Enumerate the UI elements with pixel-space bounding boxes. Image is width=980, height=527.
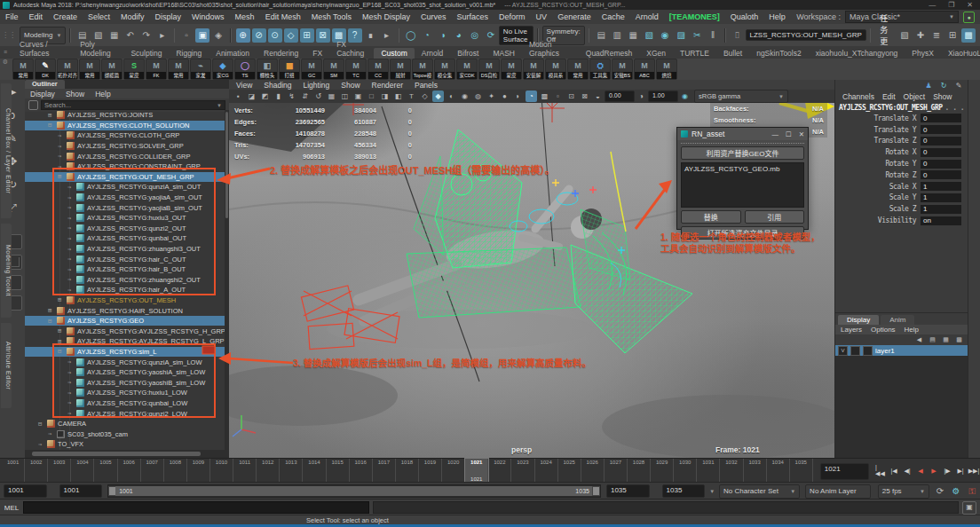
viewport-toolbar-icon[interactable]: ◍	[472, 90, 484, 102]
asset-list[interactable]: AYJLZSS_RCSTYG_GEO.mb	[681, 162, 804, 208]
shelf-button[interactable]: M Topoe模	[412, 59, 433, 80]
attribute-value-field[interactable]: 0	[921, 125, 961, 134]
recycle-icon[interactable]: ↻	[938, 81, 949, 91]
time-tick[interactable]: 1009	[187, 459, 210, 483]
outliner-item[interactable]: → SC03_shot035_cam	[25, 429, 225, 439]
attribute-name[interactable]: Rotate Y	[885, 160, 916, 168]
layer-editor-tab[interactable]: Display	[838, 315, 879, 325]
outliner-item[interactable]: → AYJLZSS_RCSTYG:zhuangshi3_OUT	[25, 244, 225, 255]
playback-button[interactable]: ▶	[929, 465, 939, 477]
viewport-toolbar-icon[interactable]: ▣	[352, 90, 364, 102]
menu-item[interactable]: File	[0, 12, 24, 21]
viewport-toolbar-icon[interactable]: □	[366, 90, 377, 102]
time-tick[interactable]: 1006	[118, 459, 141, 483]
time-tick[interactable]: 1001	[2, 459, 25, 483]
viewport-toolbar-icon[interactable]: ◐	[446, 90, 457, 102]
viewport-menu-item[interactable]: Shading	[264, 81, 291, 90]
playback-button[interactable]: ▶|	[955, 465, 966, 477]
range-slider-track[interactable]: 1001 1035	[115, 486, 593, 496]
outliner-item[interactable]: → AYJLZSS_RCSTYG:qunzi2_OUT	[25, 224, 225, 234]
expander-icon[interactable]: →	[67, 235, 76, 242]
shelf-button[interactable]: M ABC	[634, 59, 655, 80]
viewport-toolbar-icon[interactable]: ◧	[392, 90, 404, 102]
gain-field[interactable]: 1.00	[648, 90, 678, 102]
command-line-language-toggle[interactable]: MEL	[0, 504, 23, 512]
attribute-name[interactable]: Rotate X	[885, 148, 916, 156]
time-tick[interactable]: 1010	[210, 459, 233, 483]
shelf-tab[interactable]: Curves / Surfaces	[12, 39, 73, 59]
time-tick[interactable]: 1011	[233, 459, 257, 483]
exposure-field[interactable]: 0.00	[605, 90, 635, 102]
shelf-button[interactable]: M DS自检	[478, 59, 500, 80]
shelf-button[interactable]: M CC	[368, 59, 389, 80]
time-tick[interactable]: 1021 1021	[465, 459, 488, 483]
time-tick[interactable]: 1029	[651, 459, 674, 483]
time-tick[interactable]: 1019	[419, 459, 442, 483]
asset-list-item[interactable]: AYJLZSS_RCSTYG_GEO.mb	[684, 165, 779, 173]
menu-item[interactable]: Select	[83, 12, 115, 21]
expander-icon[interactable]: →	[67, 256, 76, 263]
time-tick[interactable]: 1035	[790, 459, 813, 483]
layer-menu-item[interactable]: Layers	[841, 326, 862, 334]
range-sl ider[interactable]: 1001 1035	[107, 484, 601, 498]
expander-icon[interactable]: →	[58, 143, 67, 150]
viewport-toolbar-icon[interactable]: ⊠	[579, 90, 590, 102]
time-tick[interactable]: 1005	[94, 459, 117, 483]
outliner-item[interactable]: → AYJLZSS_RCSTYG:huxiu3_OUT	[25, 213, 225, 224]
menu-item[interactable]: Surfaces	[452, 12, 494, 21]
viewport-toolbar-icon[interactable]: ●	[499, 90, 510, 102]
shelf-tab[interactable]: ngSkinTools2	[749, 48, 809, 59]
playback-button[interactable]: ▶▶|	[968, 465, 979, 477]
outliner-item[interactable]: → AYJLZSS_RCSTYG:hair_A_OUT	[25, 285, 225, 295]
menu-item[interactable]: Edit Mesh	[260, 12, 306, 21]
shelf-button[interactable]: M FK	[146, 59, 167, 80]
outliner-item[interactable]: → AYJLZSS_RCSTYG:hair_B_OUT	[25, 264, 225, 275]
viewport-toolbar-icon[interactable]: T	[406, 90, 417, 102]
outliner-item[interactable]: → AYJLZSS_RCSTYG:qunziA_sim_OUT	[25, 182, 225, 193]
outliner-tab[interactable]: Outliner	[25, 80, 65, 89]
attribute-name[interactable]: Translate X	[874, 114, 916, 122]
gain-icon[interactable]: ◑	[636, 90, 647, 102]
expander-icon[interactable]: →	[67, 204, 76, 211]
viewport-toolbar-icon[interactable]: ▩	[539, 90, 550, 102]
close-button[interactable]: ✕	[967, 1, 973, 9]
viewport-toolbar-icon[interactable]: ◫	[339, 90, 351, 102]
shelf-button[interactable]: ⛭ 工具集	[589, 59, 611, 80]
time-tick[interactable]: 1026	[581, 459, 605, 483]
outliner-item[interactable]: → AYJLZSS_RCSTYG:qunbai_OUT	[25, 233, 225, 244]
attribute-name[interactable]: Scale X	[889, 183, 916, 191]
menu-item[interactable]: Mesh	[230, 12, 260, 21]
menu-item[interactable]: Generate	[552, 12, 597, 21]
time-tick[interactable]: 1032	[720, 459, 743, 483]
outliner-item[interactable]: → AYJLZSS_RCSTYG:huxiu1_LOW	[25, 388, 225, 398]
shelf-button[interactable]: M 烘焙	[656, 59, 677, 80]
menu-item[interactable]: Deform	[494, 12, 531, 21]
shelf-button[interactable]: M GC	[301, 59, 322, 80]
shelf-gear-icon[interactable]: ⚙	[3, 59, 8, 66]
dialog-minimize-button[interactable]: —	[771, 130, 778, 138]
attribute-name[interactable]: Rotate Z	[885, 171, 916, 179]
menu-item[interactable]: Cache	[597, 12, 630, 21]
viewport-toolbar-icon[interactable]: ⊡	[565, 90, 577, 102]
outliner-item[interactable]: ⊟ CAMERA	[25, 419, 225, 429]
tab-attribute-editor[interactable]: Attribute Editor	[1, 323, 12, 408]
shelf-tab[interactable]: FX Caching	[329, 39, 374, 59]
shelf-button[interactable]: M 安徽BS	[612, 59, 633, 80]
anim-layer-selector[interactable]: No Anim Layer	[805, 484, 871, 499]
viewport-toolbar-icon[interactable]: ⇵	[299, 90, 311, 102]
fps-selector[interactable]: 25 fps▼	[878, 484, 929, 499]
time-tick[interactable]: 1034	[767, 459, 790, 483]
shelf-tab[interactable]: XGen	[639, 48, 673, 59]
expander-icon[interactable]: →	[67, 215, 76, 222]
time-tick[interactable]: 1027	[605, 459, 628, 483]
menu-item[interactable]: Curves	[415, 12, 452, 21]
channel-box-menu-item[interactable]: Edit	[882, 92, 896, 101]
attribute-name[interactable]: Scale Z	[889, 205, 916, 213]
shelf-tab[interactable]: Animation	[209, 48, 257, 59]
shelf-tab[interactable]: Rendering	[257, 48, 305, 59]
layer-row[interactable]: V layer1	[835, 345, 968, 356]
outliner-item[interactable]: → AYJLZSS_RCSTYG:COLLIDER_GRP	[25, 151, 225, 161]
expander-icon[interactable]: →	[67, 194, 76, 201]
outliner-menu-item[interactable]: Display	[30, 90, 55, 98]
menu-item[interactable]: Modify	[115, 12, 150, 21]
